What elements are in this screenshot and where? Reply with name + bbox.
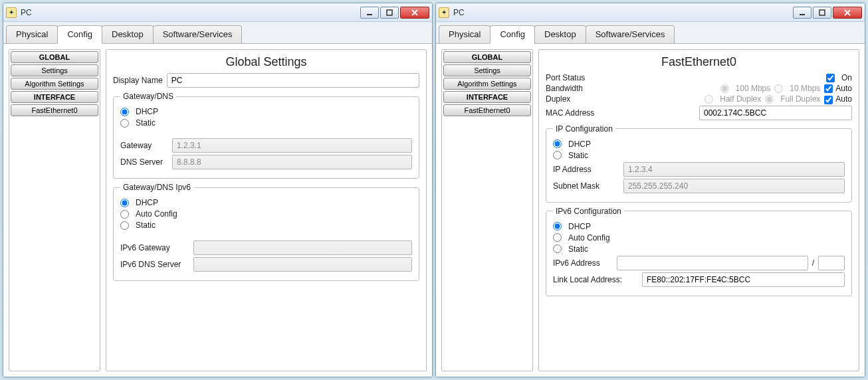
minimize-button[interactable] — [360, 7, 379, 19]
dns-server-label: DNS Server — [120, 157, 168, 167]
side-panel[interactable]: GLOBAL Settings Algorithm Settings INTER… — [9, 49, 100, 371]
group-gateway-dns-ipv6: Gateway/DNS Ipv6 DHCP Auto Config Static… — [113, 183, 419, 281]
gateway-label: Gateway — [120, 141, 168, 150]
side-interface-header[interactable]: INTERFACE — [443, 91, 531, 103]
radio-ip-dhcp[interactable] — [553, 140, 562, 148]
maximize-button[interactable] — [380, 7, 399, 19]
radio-dhcp-ipv6[interactable] — [120, 199, 129, 207]
radio-10mbps — [774, 84, 783, 93]
tab-physical[interactable]: Physical — [439, 25, 490, 43]
radio-half-duplex — [705, 95, 713, 104]
radio-ip-dhcp-label: DHCP — [568, 140, 591, 149]
svg-rect-1 — [387, 10, 392, 15]
side-global-header[interactable]: GLOBAL — [443, 51, 531, 63]
side-global-header[interactable]: GLOBAL — [11, 51, 98, 63]
tab-physical[interactable]: Physical — [6, 25, 58, 43]
ipv6-dns-server-input[interactable] — [193, 257, 412, 272]
tab-desktop[interactable]: Desktop — [102, 25, 154, 43]
radio-static-label: Static — [136, 118, 156, 128]
ip-address-label: IP Address — [553, 165, 619, 174]
radio-auto-config-ipv6-label: Auto Config — [136, 209, 177, 219]
bandwidth-auto-label: Auto — [835, 84, 852, 93]
group-gateway-dns: Gateway/DNS DHCP Static Gateway DNS Serv… — [113, 92, 419, 179]
side-algorithm-settings[interactable]: Algorithm Settings — [443, 78, 531, 90]
radio-ipv6-static-label: Static — [568, 244, 588, 254]
group-ip-configuration: IP Configuration DHCP Static IP Address … — [546, 124, 852, 203]
radio-dhcp-label: DHCP — [136, 107, 158, 116]
radio-ipv6-auto-config-label: Auto Config — [568, 233, 610, 242]
link-local-label: Link Local Address: — [553, 275, 638, 284]
tab-desktop[interactable]: Desktop — [534, 25, 586, 43]
app-icon: ✦ — [439, 7, 449, 18]
tab-software-services[interactable]: Software/Services — [153, 25, 243, 43]
titlebar[interactable]: ✦ PC — [3, 3, 432, 22]
ipv6-prefix-separator: / — [812, 258, 814, 268]
bandwidth-auto-checkbox[interactable] — [824, 84, 833, 93]
window-title: PC — [453, 8, 465, 17]
port-status-on-label: On — [841, 73, 852, 82]
radio-static-ipv6-label: Static — [136, 221, 156, 230]
tab-bar: Physical Config Desktop Software/Service… — [3, 22, 432, 44]
ipv6-gateway-label: IPv6 Gateway — [120, 243, 189, 252]
radio-ip-static-label: Static — [568, 151, 588, 160]
window-pc-global: ✦ PC Physical Config Desktop Software/Se… — [3, 3, 433, 377]
subnet-mask-input[interactable] — [623, 179, 845, 193]
side-interface-header[interactable]: INTERFACE — [11, 91, 98, 103]
main-panel-global: Global Settings Display Name Gateway/DNS… — [106, 49, 427, 371]
radio-ipv6-dhcp-label: DHCP — [568, 222, 591, 231]
gateway-input[interactable] — [172, 138, 412, 153]
ipv6-prefix-input[interactable] — [818, 256, 845, 270]
radio-dhcp[interactable] — [120, 108, 129, 116]
minimize-button[interactable] — [793, 7, 812, 19]
titlebar[interactable]: ✦ PC — [436, 3, 865, 22]
side-algorithm-settings[interactable]: Algorithm Settings — [11, 78, 98, 90]
radio-ipv6-static[interactable] — [553, 244, 562, 253]
side-fastethernet0[interactable]: FastEthernet0 — [11, 104, 98, 116]
display-name-label: Display Name — [113, 76, 163, 85]
maximize-button[interactable] — [813, 7, 831, 19]
svg-rect-5 — [819, 10, 825, 15]
radio-ipv6-auto-config[interactable] — [553, 233, 562, 242]
side-settings[interactable]: Settings — [443, 64, 531, 76]
bandwidth-label: Bandwidth — [546, 84, 583, 93]
side-fastethernet0[interactable]: FastEthernet0 — [443, 104, 531, 116]
duplex-label: Duplex — [546, 94, 570, 104]
main-panel-interface: FastEthernet0 Port Status On Bandwidth 1… — [538, 49, 859, 371]
radio-static-ipv6[interactable] — [120, 221, 129, 230]
radio-ipv6-dhcp[interactable] — [553, 222, 562, 231]
radio-static[interactable] — [120, 119, 129, 128]
ip-address-input[interactable] — [623, 162, 845, 177]
radio-dhcp-ipv6-label: DHCP — [136, 198, 158, 207]
group-gateway-dns-legend: Gateway/DNS — [120, 92, 176, 101]
duplex-auto-checkbox[interactable] — [824, 96, 833, 104]
side-settings[interactable]: Settings — [11, 64, 98, 76]
side-panel[interactable]: GLOBAL Settings Algorithm Settings INTER… — [441, 49, 533, 371]
port-status-checkbox[interactable] — [826, 74, 835, 82]
tab-config[interactable]: Config — [490, 25, 535, 44]
group-ipv6-configuration: IPv6 Configuration DHCP Auto Config Stat… — [546, 207, 852, 296]
window-title: PC — [21, 8, 32, 17]
tab-config[interactable]: Config — [57, 25, 102, 44]
tab-bar: Physical Config Desktop Software/Service… — [436, 22, 865, 44]
group-ip-configuration-legend: IP Configuration — [553, 124, 615, 134]
close-button[interactable] — [833, 7, 862, 19]
ipv6-address-input[interactable] — [617, 256, 808, 270]
radio-auto-config-ipv6[interactable] — [120, 210, 129, 219]
radio-ip-static[interactable] — [553, 151, 562, 159]
link-local-input[interactable] — [642, 272, 845, 287]
close-button[interactable] — [400, 7, 429, 19]
display-name-input[interactable] — [167, 73, 419, 88]
subnet-mask-label: Subnet Mask — [553, 181, 619, 191]
mac-address-input[interactable] — [699, 106, 852, 120]
group-ipv6-configuration-legend: IPv6 Configuration — [553, 207, 624, 216]
dns-server-input[interactable] — [172, 155, 412, 169]
radio-100mbps — [720, 84, 729, 93]
window-pc-interface: ✦ PC Physical Config Desktop Software/Se… — [435, 3, 865, 377]
tab-software-services[interactable]: Software/Services — [586, 25, 675, 43]
panel-title: FastEthernet0 — [546, 55, 852, 69]
panel-title: Global Settings — [113, 55, 419, 69]
radio-10mbps-label: 10 Mbps — [790, 84, 820, 93]
ipv6-gateway-input[interactable] — [193, 240, 412, 255]
duplex-auto-label: Auto — [835, 94, 852, 104]
radio-half-duplex-label: Half Duplex — [720, 94, 761, 104]
